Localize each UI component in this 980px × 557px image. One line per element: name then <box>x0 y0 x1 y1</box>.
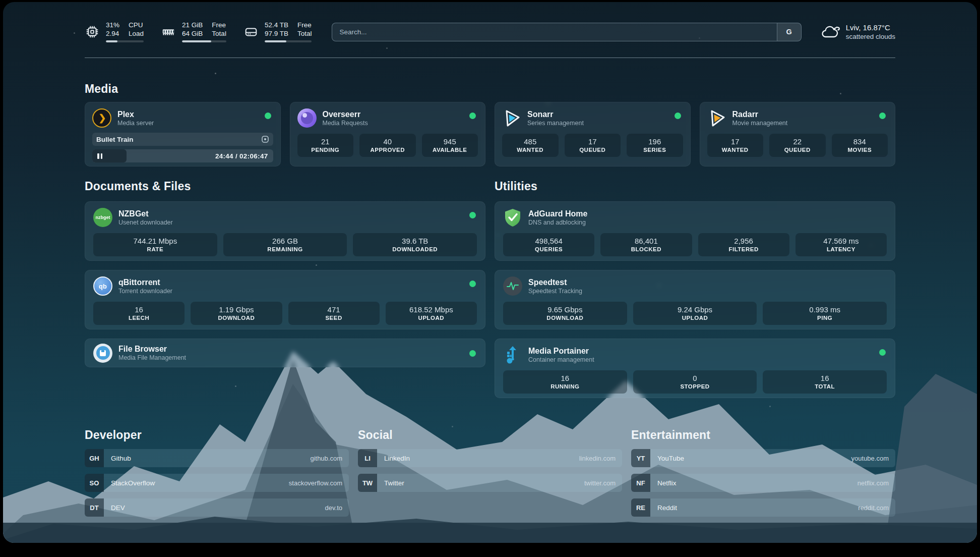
stat-value: 21 <box>321 138 330 145</box>
disk-free: 52.4 TB <box>265 21 288 29</box>
stat-tile: 196SERIES <box>627 134 683 157</box>
portainer-icon <box>503 345 522 364</box>
radarr-icon <box>707 108 726 128</box>
stat-tile: 21PENDING <box>297 134 354 157</box>
app-card-qbittorrent[interactable]: qb qBittorrent Torrent downloader 16LEEC… <box>85 270 485 329</box>
stat-tile: 9.65 GbpsDOWNLOAD <box>503 302 627 325</box>
cpu-percent: 31% <box>106 21 119 29</box>
plex-progress-bar[interactable]: 24:44 / 02:06:47 <box>92 149 273 162</box>
disk-label-2: Total <box>297 30 312 37</box>
status-dot <box>469 212 476 218</box>
stat-value: 618.52 Mbps <box>409 306 453 313</box>
cpu-stat-group: 31% 2.94 CPU Load <box>85 21 144 42</box>
memory-label-1: Free <box>212 21 226 29</box>
status-dot <box>469 281 476 287</box>
plex-icon: ❯ <box>92 108 111 128</box>
stat-label: DOWNLOAD <box>218 315 255 321</box>
stat-label: DOWNLOAD <box>546 315 583 321</box>
speedtest-icon <box>503 276 522 296</box>
stat-tile: 744.21 MbpsRATE <box>93 233 217 256</box>
stat-label: BLOCKED <box>631 246 661 252</box>
app-name: Plex <box>117 110 154 119</box>
bookmark-linkedin[interactable]: LI LinkedIn linkedin.com <box>358 449 622 467</box>
stat-value: 834 <box>853 138 866 145</box>
top-bar: 31% 2.94 CPU Load <box>85 21 895 42</box>
stat-value: 945 <box>444 138 456 145</box>
cpu-icon <box>85 24 100 39</box>
stat-tile: 0.993 msPING <box>763 302 887 325</box>
bookmark-dev[interactable]: DT DEV dev.to <box>85 498 349 517</box>
bookmark-url: netflix.com <box>858 479 895 487</box>
stat-label: APPROVED <box>370 147 405 153</box>
pause-button[interactable] <box>92 153 102 159</box>
bookmarks-grid: Developer GH Github github.com SO StackO… <box>85 398 895 517</box>
stat-tile: 16TOTAL <box>763 370 887 394</box>
memory-stat-group: 21 GiB 64 GiB Free Total <box>161 21 226 42</box>
plex-now-playing-row: Bullet Train <box>92 133 273 146</box>
bookmark-netflix[interactable]: NF Netflix netflix.com <box>631 474 895 492</box>
bookmark-stackoverflow[interactable]: SO StackOverflow stackoverflow.com <box>85 474 349 492</box>
app-card-nzbget[interactable]: nzbget NZBGet Usenet downloader 744.21 M… <box>85 201 485 261</box>
stat-value: 485 <box>524 138 536 145</box>
cpu-progress-track <box>106 40 144 42</box>
nzbget-icon: nzbget <box>93 208 112 227</box>
app-card-sonarr[interactable]: Sonarr Series management 485WANTED 17QUE… <box>495 102 691 166</box>
disk-progress-fill <box>265 40 286 42</box>
app-card-speedtest[interactable]: Speedtest Speedtest Tracking 9.65 GbpsDO… <box>495 270 895 329</box>
bookmark-reddit[interactable]: RE Reddit reddit.com <box>631 498 895 517</box>
memory-free: 21 GiB <box>182 21 203 29</box>
search-engine-button[interactable]: G <box>777 23 801 41</box>
search-bar: G <box>332 23 801 41</box>
disk-progress-track <box>265 40 312 42</box>
app-card-plex[interactable]: ❯ Plex Media server Bullet Train <box>85 102 281 166</box>
stat-label: DOWNLOADED <box>392 246 438 252</box>
stat-value: 22 <box>793 138 802 145</box>
stat-label: PENDING <box>311 147 339 153</box>
app-desc: Media File Management <box>118 355 186 361</box>
app-card-overseerr[interactable]: Overseerr Media Requests 21PENDING 40APP… <box>290 102 486 166</box>
stat-tile: 471SEED <box>288 302 380 325</box>
section-title-entertainment: Entertainment <box>631 428 895 442</box>
app-card-portainer[interactable]: Media Portainer Container management 16R… <box>495 339 895 398</box>
app-card-radarr[interactable]: Radarr Movie management 17WANTED 22QUEUE… <box>700 102 896 166</box>
qbittorrent-icon: qb <box>93 276 112 296</box>
stat-label: SERIES <box>643 147 666 153</box>
stat-tile: 498,564QUERIES <box>503 233 594 256</box>
app-desc: Usenet downloader <box>118 219 173 226</box>
app-name: File Browser <box>118 345 186 353</box>
stat-tile: 16LEECH <box>93 302 185 325</box>
stat-label: PING <box>817 315 832 321</box>
cpu-label-1: CPU <box>129 21 144 29</box>
adguard-icon <box>503 208 522 227</box>
bookmark-group-developer: Developer GH Github github.com SO StackO… <box>85 398 349 517</box>
stat-value: 744.21 Mbps <box>133 237 177 245</box>
mid-grid: Documents & Files nzbget NZBGet Usenet d… <box>85 166 895 398</box>
stat-tile: 16RUNNING <box>503 370 627 394</box>
session-settings-icon[interactable] <box>261 135 269 143</box>
bookmark-abbr: TW <box>358 474 377 492</box>
bookmark-github[interactable]: GH Github github.com <box>85 449 349 467</box>
stat-label: LATENCY <box>827 246 855 252</box>
status-dot <box>469 350 476 357</box>
stat-value: 196 <box>648 138 661 145</box>
stat-label: WANTED <box>722 147 749 153</box>
cpu-progress-fill <box>106 40 117 42</box>
app-desc: Movie management <box>732 120 788 127</box>
plex-time: 24:44 / 02:06:47 <box>215 152 273 160</box>
stat-value: 9.24 Gbps <box>678 306 712 313</box>
bookmark-abbr: SO <box>85 474 104 492</box>
status-dot <box>879 113 886 119</box>
app-card-adguard[interactable]: AdGuard Home DNS and adblocking 498,564Q… <box>495 201 895 261</box>
memory-progress-track <box>182 40 226 42</box>
app-card-filebrowser[interactable]: File Browser Media File Management <box>85 339 485 367</box>
cpu-loadavg: 2.94 <box>106 30 119 37</box>
status-dot <box>879 349 886 356</box>
stat-tile: 0STOPPED <box>633 370 757 394</box>
memory-label-2: Total <box>212 30 226 37</box>
bookmark-twitter[interactable]: TW Twitter twitter.com <box>358 474 622 492</box>
bookmark-youtube[interactable]: YT YouTube youtube.com <box>631 449 895 467</box>
bookmark-url: youtube.com <box>851 455 895 462</box>
search-input[interactable] <box>332 23 776 41</box>
bookmark-name: YouTube <box>657 455 684 462</box>
app-name: Overseerr <box>323 110 368 119</box>
